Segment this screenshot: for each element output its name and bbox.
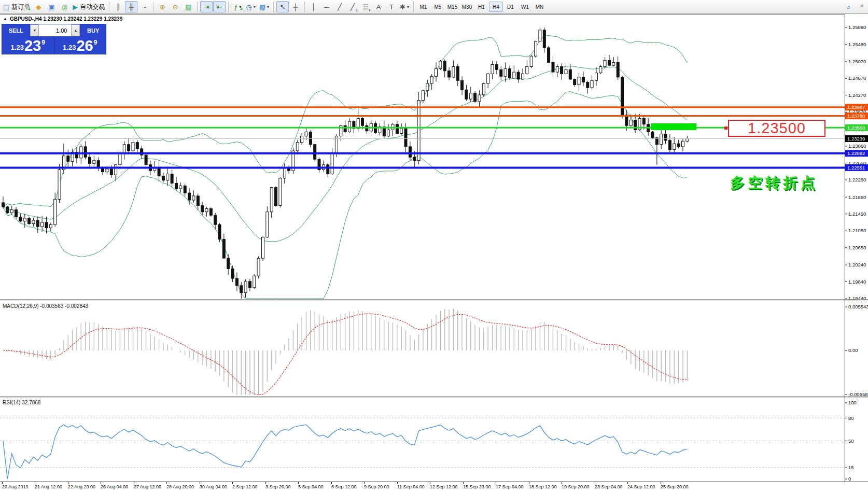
crosshair-button[interactable]: ┼ bbox=[289, 1, 302, 12]
market-watch-button[interactable]: ▣ bbox=[45, 1, 58, 12]
timeframe-m1[interactable]: M1 bbox=[416, 2, 430, 12]
market-watch-icon: ▣ bbox=[48, 4, 54, 10]
sell-price[interactable]: 1.23 23 9 bbox=[2, 36, 54, 54]
search-icon-button[interactable]: ⌕ bbox=[843, 1, 855, 12]
toolbar-separator bbox=[304, 2, 305, 12]
axis-tick-label: 0.00 bbox=[848, 347, 858, 353]
time-axis-tick bbox=[232, 482, 233, 484]
time-axis-label: 12 Sep 12:00 bbox=[430, 484, 458, 489]
crosshair-icon: ┼ bbox=[293, 4, 298, 10]
vertical-line-button[interactable]: │ bbox=[307, 1, 320, 12]
svg-text:1.23239: 1.23239 bbox=[847, 136, 865, 142]
bar-chart-button[interactable]: ║ bbox=[112, 1, 124, 12]
timeframe-m15[interactable]: M15 bbox=[445, 2, 459, 12]
chart-note-text[interactable]: 多空转折点 bbox=[730, 173, 818, 193]
auto-scroll-button[interactable]: ⇥ bbox=[200, 1, 213, 12]
candlestick-chart-button[interactable]: ╫ bbox=[125, 1, 137, 12]
time-axis-tick bbox=[331, 482, 332, 484]
chart-background bbox=[0, 15, 868, 482]
symbol-ohlc-text: GBPUSD-,H4 1.23230 1.23242 1.23229 1.232… bbox=[10, 16, 122, 22]
buy-price[interactable]: 1.23 26 9 bbox=[54, 36, 106, 54]
time-axis-label: 5 Sep 04:00 bbox=[298, 484, 324, 489]
time-axis-tick bbox=[562, 482, 562, 484]
line-chart-button[interactable]: ~ bbox=[138, 1, 150, 12]
timeframe-h1[interactable]: H1 bbox=[474, 2, 488, 12]
timeframe-h4[interactable]: H4 bbox=[489, 2, 503, 12]
templates-button[interactable]: ▩▾ bbox=[258, 1, 271, 12]
indicators-button[interactable]: ƒ+▾ bbox=[231, 1, 244, 12]
equidistant-channel-button[interactable]: ╱E bbox=[346, 1, 359, 12]
periods-button[interactable]: ◷▾ bbox=[244, 1, 257, 12]
sell-price-prefix: 1.23 bbox=[11, 44, 24, 51]
horizontal-line-button[interactable]: ─ bbox=[320, 1, 333, 12]
zoom-out-button[interactable]: ⊖ bbox=[169, 1, 181, 12]
volume-decrease-button[interactable]: ▼ bbox=[30, 24, 39, 36]
svg-text:1.23780: 1.23780 bbox=[847, 113, 865, 119]
timeframe-d1[interactable]: D1 bbox=[503, 2, 517, 12]
auto-scroll-icon: ⇥ bbox=[204, 4, 209, 10]
time-axis[interactable]: 20 Aug 201921 Aug 12:0022 Aug 20:0026 Au… bbox=[0, 482, 868, 493]
tile-windows-icon: ▦ bbox=[185, 4, 191, 10]
zoom-in-button[interactable]: ⊕ bbox=[156, 1, 169, 12]
volume-input[interactable]: 1.00 bbox=[39, 24, 71, 36]
text-label-button[interactable]: T bbox=[385, 1, 398, 12]
cursor-button[interactable]: ↖ bbox=[276, 1, 289, 12]
timeframe-m5[interactable]: M5 bbox=[431, 2, 445, 12]
hline-drag-handle[interactable] bbox=[724, 126, 727, 130]
highlight-zone-rect[interactable] bbox=[651, 123, 696, 130]
indicators-icon: ƒ bbox=[234, 4, 237, 10]
time-axis-tick bbox=[265, 482, 266, 484]
fibonacci-button[interactable]: ☰F bbox=[359, 1, 372, 12]
toolbar-separator bbox=[153, 2, 153, 12]
timeframe-m30[interactable]: M30 bbox=[460, 2, 474, 12]
toolbar-separator bbox=[197, 2, 198, 12]
axis-tick-label: 0.005543 bbox=[848, 304, 868, 309]
sub-letter: E bbox=[356, 8, 358, 12]
profile-icon-button[interactable]: ◆ bbox=[32, 1, 45, 12]
sub-letter: F bbox=[369, 8, 371, 12]
time-axis-label: 26 Aug 04:00 bbox=[101, 484, 128, 489]
timeframe-mn[interactable]: MN bbox=[533, 2, 547, 12]
chart-shift-icon: ⇤ bbox=[217, 4, 222, 10]
timeframe-w1[interactable]: W1 bbox=[518, 2, 532, 12]
templates-icon: ▩ bbox=[259, 4, 265, 10]
signals-button[interactable]: ◎ bbox=[58, 1, 71, 12]
rsi-label: RSI(14) 32.7868 bbox=[3, 400, 41, 405]
equidistant-channel-icon: ╱ bbox=[351, 4, 355, 10]
axis-tick-label: 1.21050 bbox=[848, 228, 866, 233]
time-axis-tick bbox=[298, 482, 299, 484]
periods-icon: ◷ bbox=[246, 4, 251, 10]
new-order-button[interactable]: ▤+新订单 bbox=[2, 1, 32, 12]
time-axis-label: 28 Aug 20:00 bbox=[166, 484, 194, 489]
autotrading-button[interactable]: ▶自动交易 bbox=[71, 1, 106, 12]
sell-price-big: 23 bbox=[24, 39, 41, 52]
time-axis-label: 15 Sep 23:00 bbox=[463, 484, 491, 489]
buy-button[interactable]: BUY bbox=[80, 24, 106, 36]
candlestick-chart-icon: ╫ bbox=[129, 4, 134, 10]
chevron-down-icon: ▾ bbox=[254, 5, 256, 9]
collapse-panel-icon[interactable]: ▲ bbox=[3, 17, 7, 21]
time-axis-label: 27 Aug 12:00 bbox=[134, 484, 161, 489]
price-chart[interactable]: 1.258801.254801.250701.246701.242701.238… bbox=[0, 15, 868, 482]
sell-button[interactable]: SELL bbox=[2, 24, 30, 36]
tile-windows-button[interactable]: ▦ bbox=[182, 1, 194, 12]
axis-tick-label: 15 bbox=[848, 464, 854, 470]
chat-icon-button[interactable]: ❝ bbox=[856, 1, 868, 12]
time-axis-tick bbox=[166, 482, 167, 484]
time-axis-label: 2 Sep 12:00 bbox=[232, 484, 258, 489]
volume-increase-button[interactable]: ▲ bbox=[71, 24, 80, 36]
price-level-callout[interactable]: 1.23500 bbox=[728, 120, 825, 137]
text-icon: A bbox=[376, 4, 381, 10]
chart-shift-button[interactable]: ⇤ bbox=[213, 1, 226, 12]
one-click-trading-panel: SELL ▼ 1.00 ▲ BUY 1.23 23 9 1.23 26 9 bbox=[2, 24, 106, 54]
trendline-icon: ╱ bbox=[338, 4, 342, 10]
toolbar-separator bbox=[273, 2, 274, 12]
arrows-button[interactable]: ✱▾ bbox=[398, 1, 411, 12]
buy-price-sup: 9 bbox=[94, 39, 97, 46]
time-axis-tick bbox=[627, 482, 628, 484]
time-axis-label: 9 Sep 20:00 bbox=[364, 484, 389, 489]
trendline-button[interactable]: ╱ bbox=[333, 1, 346, 12]
mt4-terminal-window: ▤+新订单◆▣◎▶自动交易║╫~⊕⊖▦⇥⇤ƒ+▾◷▾▩▾↖┼│─╱╱E☰FAT✱… bbox=[0, 0, 868, 493]
axis-tick-label: 1.22260 bbox=[848, 177, 866, 182]
text-button[interactable]: A bbox=[372, 1, 385, 12]
